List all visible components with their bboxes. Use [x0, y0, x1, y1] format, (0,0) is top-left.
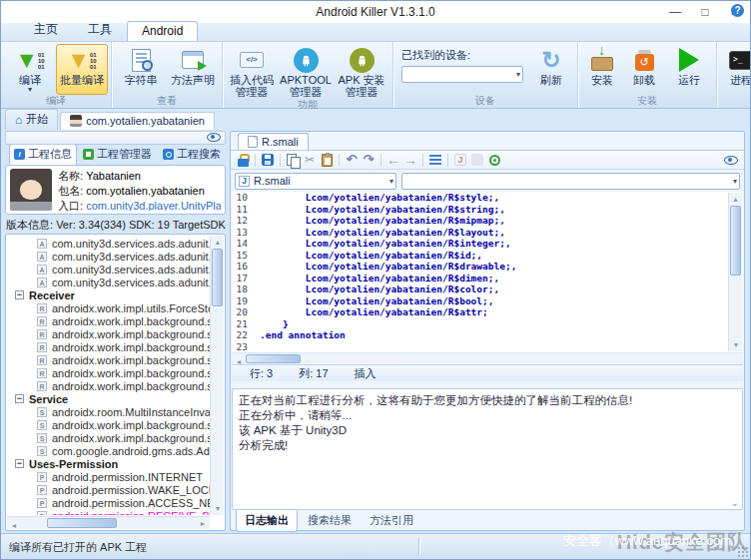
tree-item[interactable]: R androidx.work.impl.background.sy — [7, 314, 210, 327]
ribbon-tab[interactable]: 工具 — [73, 18, 127, 41]
tree-item[interactable]: − Service — [7, 392, 210, 405]
refresh-button[interactable]: ↻ 刷新 — [528, 44, 574, 95]
help-icon[interactable]: ? — [731, 4, 744, 17]
editor-vscroll-thumb[interactable] — [730, 206, 741, 276]
code-editor[interactable]: 10 Lcom/yotalien/yabatanien/R$style;, 11… — [232, 192, 743, 352]
undo-button[interactable]: ↶ — [345, 152, 359, 168]
log-tab[interactable]: 方法引用 — [362, 511, 421, 531]
tree-item-type-icon: S — [37, 446, 47, 456]
insert-code-label: 插入代码管理器 — [227, 74, 277, 98]
java-decompile-button[interactable]: J — [453, 152, 467, 168]
tree-item[interactable]: R androidx.work.impl.background.sy — [7, 366, 210, 379]
ribbon-tab[interactable]: Android — [127, 21, 198, 41]
tree-item-label: Service — [29, 393, 68, 405]
tab-project[interactable]: com.yotalien.yabatanien — [60, 112, 215, 130]
manifest-tree[interactable]: A com.unity3d.services.ads.adunit.Ad A c… — [7, 237, 210, 515]
tree-item[interactable]: A com.unity3d.services.ads.adunit.Ad — [7, 276, 210, 288]
eye-toggle-icon[interactable] — [207, 133, 221, 142]
strings-button[interactable]: 字符串 — [115, 44, 167, 95]
format-code-button[interactable] — [428, 152, 442, 168]
log-scroll-down-icon[interactable]: ⌄ — [731, 498, 739, 508]
log-tab[interactable]: 日志输出 — [236, 510, 298, 532]
tree-item[interactable]: R androidx.work.impl.background.sy — [7, 340, 210, 353]
navigate-forward-button[interactable]: → — [403, 152, 417, 168]
file-select[interactable]: J R.smali ▾ — [235, 173, 396, 190]
entry-link[interactable]: com.unity3d.player.UnityPlayer... — [86, 200, 221, 211]
device-select[interactable]: ▾ — [401, 66, 523, 83]
process-button[interactable]: >_ 进程 — [720, 44, 751, 95]
tree-item[interactable]: S com.google.android.gms.ads.AdS — [7, 444, 210, 457]
toolbar-separator — [422, 154, 423, 167]
tree-item[interactable]: P android.permission.WAKE_LOCK — [7, 483, 210, 496]
tab-project-info[interactable]: i 工程信息 — [9, 144, 77, 165]
chevron-down-icon[interactable]: ▾ — [733, 177, 737, 186]
tree-item[interactable]: R androidx.work.impl.utils.ForceStop — [7, 301, 210, 314]
line-number: 11 — [232, 204, 260, 216]
tree-vertical-scrollbar[interactable]: ▲ ▼ — [210, 236, 224, 515]
tree-item[interactable]: P android.permission.ACCESS_NETW — [7, 496, 210, 509]
tree-item[interactable]: R androidx.work.impl.background.sy — [7, 327, 210, 340]
log-tab-strip: 日志输出搜索结果方法引用 — [232, 511, 743, 530]
method-declaration-button[interactable]: 方法声明 — [167, 44, 219, 95]
tree-item[interactable]: A com.unity3d.services.ads.adunit.Ad — [7, 263, 210, 276]
tree-vscroll-thumb[interactable] — [212, 249, 223, 306]
tree-item[interactable]: P android.permission.INTERNET — [7, 470, 210, 483]
log-line: 该 APK 基于 Unity3D — [239, 423, 736, 438]
editor-eye-toggle-icon[interactable] — [724, 156, 738, 165]
run-label: 运行 — [678, 74, 700, 86]
tree-item[interactable]: R androidx.work.impl.background.sy — [7, 379, 210, 392]
editor-horizontal-scrollbar[interactable]: ◄ — [232, 352, 743, 364]
install-button[interactable]: 安装 — [581, 44, 623, 95]
chevron-down-icon[interactable]: ▾ — [389, 177, 393, 186]
tree-item[interactable]: A com.unity3d.services.ads.adunit.Ad — [7, 237, 210, 250]
ribbon-tab[interactable]: 主页 — [19, 18, 73, 41]
scroll-right-icon[interactable]: ► — [196, 517, 210, 530]
tab-start[interactable]: ⌂ 开始 — [5, 109, 58, 130]
tree-item[interactable]: S androidx.room.MultiInstanceInvali — [7, 405, 210, 418]
apk-install-manager-button[interactable]: APK 安装管理器 — [334, 44, 389, 99]
scroll-up-icon[interactable]: ▲ — [211, 236, 225, 249]
tree-item[interactable]: R androidx.work.impl.background.sy — [7, 353, 210, 366]
lock-button[interactable] — [236, 152, 250, 168]
navigate-back-button[interactable]: ← — [386, 152, 400, 168]
scroll-down-icon[interactable]: ▼ — [729, 338, 743, 351]
tree-item-type-icon: R — [37, 303, 47, 313]
compile-dropdown-icon[interactable]: ▾ — [28, 86, 32, 93]
line-number: 12 — [232, 215, 260, 227]
chevron-down-icon[interactable]: ▾ — [516, 70, 520, 79]
copy-button[interactable] — [286, 152, 300, 168]
save-button[interactable] — [261, 152, 275, 168]
tree-item[interactable]: P android.permission.RECEIVE_BOO — [7, 509, 210, 515]
log-tab[interactable]: 搜索结果 — [300, 511, 360, 531]
paste-button[interactable] — [320, 152, 334, 168]
redo-button[interactable]: ↷ — [362, 152, 376, 168]
scroll-up-icon[interactable]: ▲ — [729, 193, 742, 206]
apktool-manager-button[interactable]: APKTOOL 管理器 — [278, 44, 334, 99]
run-button[interactable]: 运行 — [665, 44, 713, 95]
minimize-button[interactable]: — — [660, 1, 690, 23]
scroll-down-icon[interactable]: ▼ — [211, 502, 225, 515]
tree-horizontal-scrollbar[interactable]: ◄ ► — [7, 516, 210, 529]
tab-project-manager[interactable]: 工程管理器 — [78, 144, 157, 165]
cut-button[interactable]: ✂ — [303, 152, 317, 168]
scroll-left-icon[interactable]: ◄ — [7, 519, 21, 531]
editor-hscroll-thumb[interactable] — [246, 354, 301, 363]
tree-hscroll-thumb[interactable] — [47, 518, 117, 528]
tree-item[interactable]: − Receiver — [7, 288, 210, 301]
tree-item[interactable]: S androidx.work.impl.background.sy — [7, 431, 210, 444]
batch-compile-button[interactable]: ▼ 批量编译 — [56, 44, 108, 95]
compile-button[interactable]: ▼ 编译 ▾ — [4, 44, 56, 95]
tab-rsmali-file[interactable]: R.smali — [238, 133, 309, 150]
code-text: Lcom/yotalien/yabatanien/R$id;, — [260, 250, 482, 262]
maximize-button[interactable]: □ — [690, 1, 720, 23]
view-source-button[interactable] — [470, 152, 484, 168]
tree-item[interactable]: A com.unity3d.services.ads.adunit.Ad — [7, 250, 210, 263]
search-combo[interactable]: ▾ — [401, 173, 740, 190]
insert-code-manager-button[interactable]: </> 插入代码管理器 — [226, 44, 278, 99]
syntax-check-button[interactable] — [487, 152, 501, 168]
tree-item[interactable]: S androidx.work.impl.background.sy — [7, 418, 210, 431]
tree-item[interactable]: − Uses-Permission — [7, 457, 210, 470]
tab-project-search[interactable]: 工程搜索 — [158, 144, 226, 165]
uninstall-button[interactable]: ↺ 卸载 — [623, 44, 665, 95]
editor-vertical-scrollbar[interactable]: ▲ ▼ — [728, 193, 742, 351]
